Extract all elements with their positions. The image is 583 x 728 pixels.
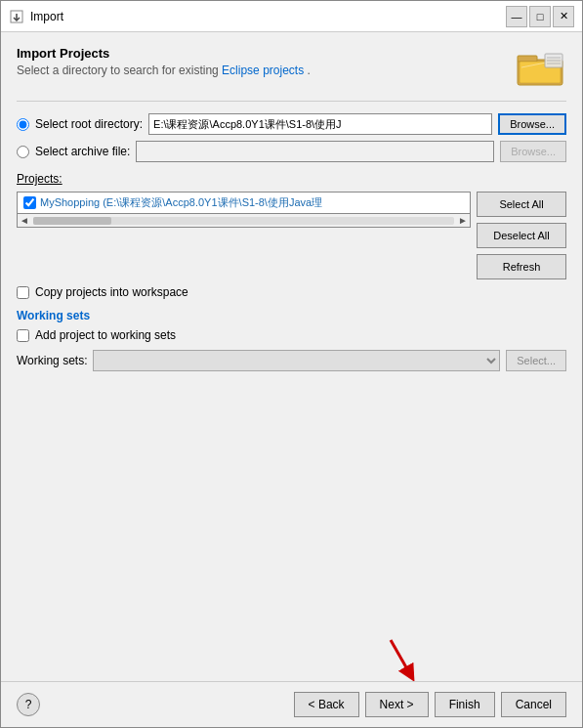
list-item: MyShopping (E:\课程资源\Accp8.0Y1课件\S1-8\使用J… xyxy=(18,193,470,213)
copy-projects-checkbox[interactable] xyxy=(17,286,29,299)
projects-label: Projects: xyxy=(17,172,566,186)
next-button[interactable]: Next > xyxy=(365,692,429,717)
maximize-button[interactable]: □ xyxy=(529,6,551,27)
projects-buttons: Select All Deselect All Refresh xyxy=(477,192,566,279)
header-row: Import Projects Select a directory to se… xyxy=(17,46,566,89)
projects-list: MyShopping (E:\课程资源\Accp8.0Y1课件\S1-8\使用J… xyxy=(18,193,470,213)
project-checkbox[interactable] xyxy=(23,196,36,209)
import-icon xyxy=(9,9,24,24)
title-bar-controls: — □ ✕ xyxy=(506,6,574,27)
copy-projects-label: Copy projects into workspace xyxy=(35,285,188,299)
title-bar-left: Import xyxy=(9,9,63,24)
projects-area: MyShopping (E:\课程资源\Accp8.0Y1课件\S1-8\使用J… xyxy=(17,192,566,279)
folder-icon xyxy=(516,46,566,89)
header-separator xyxy=(17,101,566,102)
select-archive-radio[interactable] xyxy=(17,146,29,158)
working-sets-row: Working sets: Select... xyxy=(17,350,566,371)
projects-list-container[interactable]: MyShopping (E:\课程资源\Accp8.0Y1课件\S1-8\使用J… xyxy=(17,192,471,214)
copy-projects-row: Copy projects into workspace xyxy=(17,285,566,299)
dialog-description: Select a directory to search for existin… xyxy=(17,64,311,77)
close-button[interactable]: ✕ xyxy=(553,6,574,27)
back-button[interactable]: < Back xyxy=(294,692,359,717)
help-button[interactable]: ? xyxy=(17,693,40,716)
import-dialog: Import — □ ✕ Import Projects Select a di… xyxy=(0,0,583,728)
working-sets-select[interactable] xyxy=(93,350,500,371)
form-section: Select root directory: Browse... Select … xyxy=(17,113,566,371)
browse-root-button[interactable]: Browse... xyxy=(498,113,566,135)
select-archive-label: Select archive file: xyxy=(35,145,130,158)
add-working-sets-label: Add project to working sets xyxy=(35,328,176,342)
finish-button[interactable]: Finish xyxy=(435,692,495,717)
window-title: Import xyxy=(30,10,63,23)
project-label: MyShopping (E:\课程资源\Accp8.0Y1课件\S1-8\使用J… xyxy=(40,195,322,210)
add-working-sets-checkbox[interactable] xyxy=(17,329,29,342)
dialog-content: Import Projects Select a directory to se… xyxy=(1,32,582,681)
select-root-radio[interactable] xyxy=(17,118,29,131)
working-sets-section: Working sets xyxy=(17,309,566,322)
working-sets-label: Working sets: xyxy=(17,354,87,367)
minimize-button[interactable]: — xyxy=(506,6,527,27)
browse-archive-button[interactable]: Browse... xyxy=(500,141,566,162)
horizontal-scrollbar[interactable]: ◄ ► xyxy=(17,214,471,228)
select-all-button[interactable]: Select All xyxy=(477,192,566,217)
root-directory-input[interactable] xyxy=(148,113,492,135)
archive-file-input[interactable] xyxy=(136,141,494,162)
eclipse-link[interactable]: Eclipse projects xyxy=(222,64,304,77)
select-archive-row: Select archive file: Browse... xyxy=(17,141,566,162)
add-to-working-sets-row: Add project to working sets xyxy=(17,328,566,342)
select-root-label: Select root directory: xyxy=(35,117,143,131)
deselect-all-button[interactable]: Deselect All xyxy=(477,223,566,248)
bottom-bar: ? < Back Next > Finish Cancel xyxy=(1,681,582,727)
select-root-row: Select root directory: Browse... xyxy=(17,113,566,135)
header-text: Import Projects Select a directory to se… xyxy=(17,46,311,77)
cancel-button[interactable]: Cancel xyxy=(501,692,566,717)
title-bar: Import — □ ✕ xyxy=(1,1,582,32)
scrollbar-thumb xyxy=(33,217,111,225)
dialog-title: Import Projects xyxy=(17,46,311,61)
refresh-button[interactable]: Refresh xyxy=(477,254,566,279)
svg-rect-3 xyxy=(518,56,537,62)
working-sets-select-button[interactable]: Select... xyxy=(506,350,566,371)
